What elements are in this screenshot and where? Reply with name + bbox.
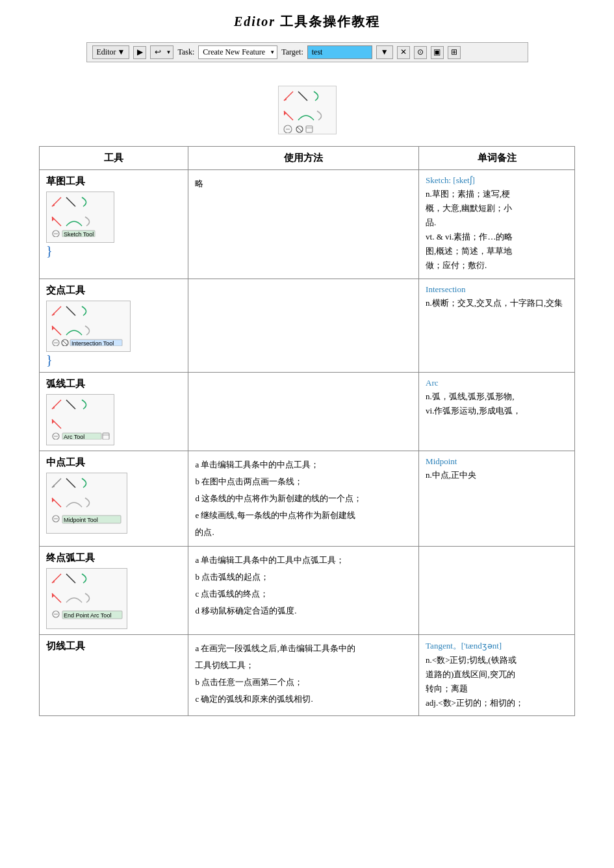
svg-line-53 bbox=[66, 574, 75, 583]
method-cell-midpoint: a 单击编辑工具条中的中点工具； b 在图中点击两点画一条线； d 这条线的中点… bbox=[188, 451, 419, 546]
sketch-tool-img: Sketch Tool } bbox=[46, 192, 114, 257]
sketch-preview-area bbox=[39, 86, 575, 134]
editor-toolbar: Editor ▼ ▶ ↩ ▼ Task: Create New Feature … bbox=[86, 42, 528, 62]
svg-line-14 bbox=[52, 217, 61, 226]
save-icon[interactable]: ▣ bbox=[431, 46, 444, 59]
tool-cell-intersection: 交点工具 bbox=[40, 279, 188, 372]
task-dropdown[interactable]: Create New Feature ▼ bbox=[198, 45, 277, 59]
arrow-right-btn[interactable]: ▶ bbox=[133, 46, 146, 59]
vocab-cell-sketch: Sketch: [sketʃ] n.草图；素描；速写,梗概，大意,幽默短剧；小品… bbox=[419, 170, 575, 279]
svg-line-34 bbox=[52, 419, 61, 428]
table-row: 弧线工具 Arc Tool bbox=[40, 372, 575, 451]
method-cell-arc bbox=[188, 372, 419, 451]
svg-line-22 bbox=[66, 306, 75, 316]
target-input[interactable]: test bbox=[307, 45, 372, 59]
svg-text:Arc Tool: Arc Tool bbox=[64, 434, 84, 440]
page-title: Editor 工具条操作教程 bbox=[39, 13, 575, 31]
svg-text:End Point Arc Tool: End Point Arc Tool bbox=[64, 612, 111, 619]
table-row: 切线工具 a 在画完一段弧线之后,单击编辑工具条中的 工具切线工具； b 点击任… bbox=[40, 634, 575, 715]
vocab-cell-midpoint: Midpoint n.中点,正中央 bbox=[419, 451, 575, 546]
method-cell-endpoint-arc: a 单击编辑工具条中的工具中点弧工具； b 点击弧线的起点； c 点击弧线的终点… bbox=[188, 546, 419, 634]
svg-line-45 bbox=[52, 498, 61, 507]
header-method: 使用方法 bbox=[188, 147, 419, 170]
sketch-preview-svg bbox=[281, 89, 333, 133]
svg-line-44 bbox=[66, 478, 75, 488]
svg-rect-40 bbox=[103, 433, 109, 440]
target-dropdown-btn[interactable]: ▼ bbox=[376, 45, 393, 59]
tool-cell-sketch: 草图工具 bbox=[40, 170, 188, 279]
svg-line-28 bbox=[63, 341, 67, 345]
svg-line-33 bbox=[66, 400, 75, 409]
tool-cell-tangent: 切线工具 bbox=[40, 634, 188, 715]
table-row: 终点弧工具 bbox=[40, 546, 575, 634]
svg-text:Midpoint Tool: Midpoint Tool bbox=[64, 517, 98, 523]
vocab-cell-endpoint-arc bbox=[419, 546, 575, 634]
arc-tool-img: Arc Tool bbox=[46, 394, 114, 445]
svg-text:Intersection Tool: Intersection Tool bbox=[71, 340, 114, 346]
toolbar-action-btn[interactable]: ↩ ▼ bbox=[150, 45, 173, 59]
main-content-table: 工具 使用方法 单词备注 草图工具 bbox=[39, 146, 575, 716]
tool-cell-midpoint: 中点工具 bbox=[40, 451, 188, 546]
editor-menu-btn[interactable]: Editor ▼ bbox=[92, 45, 130, 59]
svg-line-8 bbox=[298, 127, 301, 131]
tool-cell-arc: 弧线工具 Arc Tool bbox=[40, 372, 188, 451]
task-label: Task: bbox=[177, 47, 194, 57]
vocab-cell-arc: Arc n.弧，弧线,弧形,弧形物,vi.作弧形运动,形成电弧， bbox=[419, 372, 575, 451]
table-row: 交点工具 bbox=[40, 279, 575, 372]
midpoint-tool-img: Midpoint Tool bbox=[46, 473, 127, 534]
target-label: Target: bbox=[281, 47, 303, 57]
svg-line-23 bbox=[52, 326, 61, 335]
tool-cell-endpoint-arc: 终点弧工具 bbox=[40, 546, 188, 634]
info-icon[interactable]: ⊙ bbox=[414, 46, 427, 59]
intersection-tool-img: Intersection Tool } bbox=[46, 301, 131, 366]
svg-line-13 bbox=[66, 197, 75, 206]
svg-text:Sketch Tool: Sketch Tool bbox=[64, 231, 94, 237]
endpoint-arc-tool-img: End Point Arc Tool bbox=[46, 568, 127, 629]
svg-rect-9 bbox=[306, 126, 313, 132]
grid-icon[interactable]: ⊞ bbox=[448, 46, 461, 59]
close-icon[interactable]: ✕ bbox=[397, 46, 410, 59]
vocab-cell-intersection: Intersection n.横断；交叉,交叉点，十字路口,交集 bbox=[419, 279, 575, 372]
table-row: 草图工具 bbox=[40, 170, 575, 279]
svg-line-2 bbox=[298, 92, 307, 101]
method-cell-intersection bbox=[188, 279, 419, 372]
svg-line-3 bbox=[284, 111, 293, 120]
vocab-cell-tangent: Tangent。['tændʒənt] n.<数>正切;切线,(铁路或道路的)直… bbox=[419, 634, 575, 715]
header-tool: 工具 bbox=[40, 147, 188, 170]
sketch-tool-preview bbox=[278, 86, 337, 134]
method-cell-sketch: 略 bbox=[188, 170, 419, 279]
header-vocab: 单词备注 bbox=[419, 147, 575, 170]
table-row: 中点工具 bbox=[40, 451, 575, 546]
method-cell-tangent: a 在画完一段弧线之后,单击编辑工具条中的 工具切线工具； b 点击任意一点画第… bbox=[188, 634, 419, 715]
svg-line-54 bbox=[52, 593, 61, 602]
